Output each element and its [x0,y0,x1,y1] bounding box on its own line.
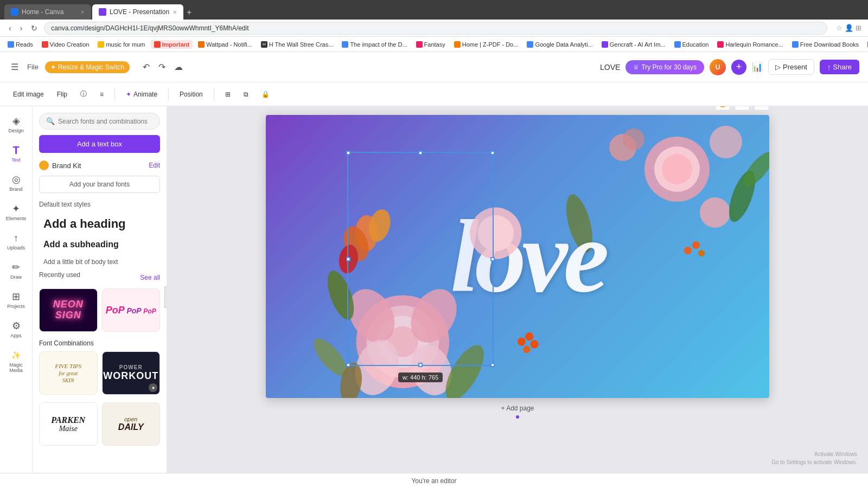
forward-button[interactable]: › [18,23,25,34]
workout-tile[interactable]: POWER WORKOUT ★ [102,351,161,395]
animate-icon: ✦ [126,91,131,98]
bookmark-education[interactable]: Education [671,40,712,49]
position-button[interactable]: Position [175,88,207,100]
selection-handle-tm[interactable] [418,151,423,155]
animate-button[interactable]: ✦ Animate [122,88,162,100]
neon-sign-tile[interactable]: NEON SIGN [39,288,98,332]
file-menu[interactable]: File [27,63,39,71]
profile-icon[interactable]: 👤 [845,24,853,32]
sidebar-item-apps[interactable]: ⚙ Apps [2,316,30,343]
bookmark-gencraft[interactable]: Gencraft - AI Art Im... [598,40,669,49]
bookmark-home-canva[interactable]: Home - Canva [864,40,868,49]
bookmark-wsj[interactable]: H H The Wall Stree Cras... [258,40,337,49]
selection-box[interactable]: w: 440 h: 765 [347,152,494,366]
bookmark-fantasy[interactable]: Fantasy [413,40,449,49]
add-text-button[interactable]: Add a text box [39,135,160,153]
selection-handle-bl[interactable] [346,363,350,367]
canvas-lock-icon[interactable]: 🔒 [715,106,730,111]
header-right: LOVE ♕ Try Pro for 30 days U + 📊 ▷ Prese… [600,59,859,75]
tab-love-canva[interactable]: LOVE - Presentation ✕ [92,4,183,20]
body-style-item[interactable]: Add a little bit of body text [39,255,160,269]
try-pro-button[interactable]: ♕ Try Pro for 30 days [626,60,704,74]
grid-button[interactable]: ⊞ [221,88,235,100]
canvas-copy-icon[interactable]: ⧉ [735,106,750,111]
sidebar-item-design[interactable]: ◈ Design [2,111,30,138]
sidebar-item-magic-media[interactable]: ✨ Magic Media [2,345,30,377]
sidebar-item-projects[interactable]: ⊞ Projects [2,286,30,313]
refresh-button[interactable]: ↻ [29,23,40,34]
tab-close-love[interactable]: ✕ [173,9,177,15]
bookmark-impact[interactable]: The impact of the D... [339,40,410,49]
header-mid: ↶ ↷ ☁ [141,60,185,74]
bookmark-video[interactable]: Video Creation [39,40,93,49]
bookmark-harlequin[interactable]: Harlequin Romance... [714,40,786,49]
extensions-icon[interactable]: ⊞ [856,24,861,32]
save-button[interactable]: ☁ [172,60,185,74]
add-page-button[interactable]: + Add page [496,402,538,414]
user-avatar[interactable]: U [710,59,726,75]
brand-kit-edit-link[interactable]: Edit [149,162,160,169]
canvas-expand-icon[interactable]: ↗ [754,106,769,111]
sidebar-item-draw[interactable]: ✏ Draw [2,257,30,284]
selection-handle-tl[interactable] [346,151,350,155]
layers-button[interactable]: ⧉ [239,88,253,100]
redo-button[interactable]: ↷ [156,60,168,74]
canvas[interactable]: love [266,115,769,398]
canvas-wrapper: 🔒 ⧉ ↗ love [266,115,769,398]
search-input[interactable] [58,118,153,125]
bookmark-reads[interactable]: Reads [4,40,36,49]
edit-image-button[interactable]: Edit image [9,88,48,100]
flip-button[interactable]: Flip [53,88,72,100]
add-brand-fonts-button[interactable]: Add your brand fonts [39,176,160,193]
tab-close-home[interactable]: ✕ [80,9,85,15]
share-button[interactable]: ↑ Share [820,60,859,74]
lock-button[interactable]: 🔒 [257,88,274,100]
subheading-style-item[interactable]: Add a subheading [39,236,160,253]
bookmark-important[interactable]: Important [151,40,193,49]
five-tips-tile[interactable]: FIVE TIPS for great SKIN [39,351,98,395]
bookmark-label-fantasy: Fantasy [424,41,445,48]
add-collaborator-button[interactable]: + [731,60,746,75]
bookmark-label-wattpad: Wattpad - Notifi... [206,41,252,48]
size-tooltip: w: 440 h: 765 [398,373,443,382]
recently-used-header: Recently used See all [39,271,160,284]
pop-text-tile[interactable]: PoP PoP PoP [102,288,161,332]
new-tab-button[interactable]: + [184,5,194,20]
tab-home-canva[interactable]: Home - Canva ✕ [4,4,91,20]
present-button[interactable]: ▷ Present [768,59,814,75]
selection-handle-bm[interactable] [418,363,423,367]
selection-handle-br[interactable] [490,363,495,367]
hamburger-button[interactable]: ☰ [9,60,21,74]
analytics-button[interactable]: 📊 [752,62,763,72]
bookmark-google[interactable]: Google Data Analyti... [524,40,596,49]
bookmark-music[interactable]: music for mum [94,40,148,49]
bookmark-star-icon[interactable]: ☆ [836,24,843,32]
canvas-area[interactable]: 🔒 ⧉ ↗ love [167,106,868,488]
info-button[interactable]: ⓘ [76,87,91,101]
see-all-link[interactable]: See all [140,274,160,281]
undo-button[interactable]: ↶ [141,60,152,74]
bookmark-freedl[interactable]: Free Download Books [789,40,862,49]
sidebar-item-brand[interactable]: ◎ Brand [2,169,30,196]
selection-handle-tr[interactable] [490,151,495,155]
page-dot-1[interactable] [516,415,519,419]
sidebar-item-uploads[interactable]: ↑ Uploads [2,228,30,255]
position-label: Position [180,91,203,98]
menu-button[interactable]: ≡ [95,88,108,100]
bookmark-zpdf[interactable]: Home | Z-PDF - Do... [451,40,522,49]
selection-handle-rm[interactable] [490,257,495,261]
url-bar[interactable]: canva.com/design/DAGHcH1I-1E/qvjMRS0owwW… [44,22,827,35]
bookmark-wattpad[interactable]: Wattpad - Notifi... [195,40,256,49]
sidebar-icon-rail: ◈ Design T Text ◎ Brand ✦ Elements ↑ U [0,106,33,488]
selection-handle-lm[interactable] [346,257,350,261]
open-daily-text: open DAILY [118,416,144,432]
parken-tile[interactable]: PARKEN Maise [39,402,98,446]
heading-style-item[interactable]: Add a heading [39,214,160,234]
sidebar-item-elements[interactable]: ✦ Elements [2,198,30,226]
sidebar-item-text[interactable]: T Text [2,140,30,167]
bookmark-label-education: Education [682,41,709,48]
open-daily-tile[interactable]: open DAILY [102,402,161,446]
magic-switch-button[interactable]: ✦ Resize & Magic Switch [45,61,130,73]
back-button[interactable]: ‹ [7,23,14,34]
search-box[interactable]: 🔍 [39,113,160,130]
